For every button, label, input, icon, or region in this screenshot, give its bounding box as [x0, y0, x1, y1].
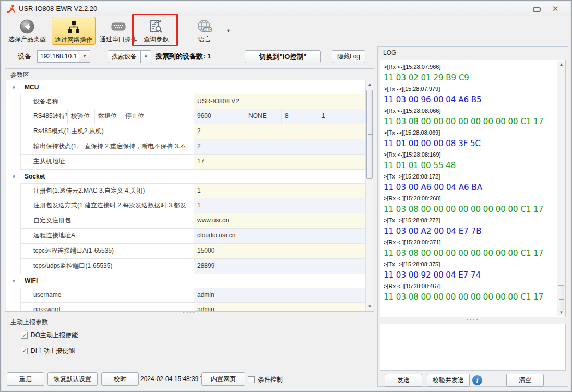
scroll-up-icon[interactable]: ▲: [366, 80, 374, 88]
scrollbar-thumb[interactable]: [558, 285, 564, 310]
param-value[interactable]: 2: [194, 139, 365, 154]
app-logo-icon: [7, 4, 16, 13]
report-checkbox[interactable]: [21, 332, 28, 339]
toolbar-language-button[interactable]: ABC 语言: [187, 17, 222, 45]
toolbar-network-mode-button[interactable]: 通过网络操作: [52, 17, 96, 45]
search-device-button[interactable]: 搜索设备: [108, 50, 141, 63]
toolbar-label: 通过网络操作: [52, 35, 95, 44]
condition-control-label: 条件控制: [258, 375, 283, 384]
scroll-down-icon[interactable]: ▼: [557, 308, 565, 316]
reboot-button[interactable]: 重启: [7, 372, 44, 386]
log-entry-hex: 11 01 01 00 55 48: [384, 160, 555, 171]
time-sync-button[interactable]: 校时: [101, 372, 139, 386]
param-value[interactable]: www.usr.cn: [194, 213, 365, 228]
scrollbar-thumb[interactable]: [366, 90, 373, 179]
param-label: 设备名称: [21, 94, 194, 109]
param-table: ∨MCU设备名称USR-IO808 V2RS485波特率校验位数据位停止位960…: [6, 80, 365, 311]
hide-log-button[interactable]: 隐藏Log: [332, 50, 365, 63]
report-checkbox-row[interactable]: DI主动上报使能: [5, 343, 374, 359]
horizontal-splitter[interactable]: [5, 311, 374, 315]
param-value[interactable]: 1: [318, 109, 365, 124]
toolbar-serial-mode-button[interactable]: 通过串口操作: [97, 17, 140, 45]
chevron-down-icon[interactable]: ▼: [79, 51, 90, 62]
device-ip-combobox[interactable]: 192.168.10.1 ▼: [37, 50, 90, 63]
datetime-field[interactable]: 2024-02-04 15:48:39 7: [140, 372, 201, 386]
param-label: 远程连接地址A: [21, 229, 194, 243]
param-value[interactable]: 9600: [194, 109, 245, 124]
param-value[interactable]: admin: [194, 303, 365, 311]
log-output[interactable]: >[Rx <-][15:28:07:966]11 03 02 01 29 B9 …: [380, 60, 566, 317]
builtin-webpage-button[interactable]: 内置网页: [201, 372, 245, 386]
param-label: 自定义注册包: [21, 213, 194, 228]
report-checkbox[interactable]: [21, 348, 28, 354]
search-device-splitbutton: 搜索设备 ▼: [108, 50, 151, 63]
log-splitter[interactable]: [378, 318, 568, 323]
query-params-icon: [148, 18, 164, 35]
language-dropdown-arrow[interactable]: ▼: [226, 28, 231, 33]
param-row: 注册包发送方式(1.建立连接时 2.每次发送数据时 3.都发1: [20, 198, 365, 213]
report-group-title: 主动上报参数: [5, 316, 374, 328]
serial-icon: [110, 18, 127, 35]
section-header-socket[interactable]: ∨Socket: [6, 170, 365, 183]
param-value[interactable]: 17: [194, 155, 365, 169]
param-row: 输出保持状态(1.一直保持 2.重启保持，断电不保持 3.不2: [20, 139, 365, 155]
app-window: USR-IO808-EWR V2.2.20 ✕ 选择产品类型 通过网络操作: [0, 0, 572, 392]
log-entry-header: >[Tx ->][15:28:08:375]: [384, 259, 555, 269]
log-scrollbar[interactable]: ▲ ▼: [557, 61, 565, 316]
toolbar-label: 选择产品类型: [5, 35, 50, 43]
scroll-up-icon[interactable]: ▲: [557, 61, 565, 68]
verify-send-button[interactable]: 校验并发送: [427, 374, 470, 387]
param-value[interactable]: 28899: [194, 259, 365, 274]
restore-defaults-button[interactable]: 恢复默认设置: [47, 372, 98, 386]
param-row: tcps/udps监控端口(1-65535)28899: [20, 259, 365, 274]
param-value[interactable]: admin: [194, 288, 365, 302]
close-button[interactable]: ✕: [549, 5, 562, 13]
param-value[interactable]: 2: [194, 124, 365, 139]
log-entry-header: >[Tx ->][15:28:08:172]: [384, 171, 555, 182]
report-checkbox-row[interactable]: DO主动上报使能: [5, 328, 374, 343]
param-label: 注册包发送方式(1.建立连接时 2.每次发送数据时 3.都发: [21, 198, 194, 213]
info-icon[interactable]: i: [472, 375, 482, 385]
param-value[interactable]: 1: [194, 184, 365, 198]
param-label: password: [21, 303, 194, 311]
log-title: LOG: [378, 47, 568, 58]
scroll-down-icon[interactable]: ▼: [366, 303, 374, 311]
search-dropdown-arrow[interactable]: ▼: [141, 50, 151, 63]
param-value[interactable]: 8: [282, 109, 318, 124]
condition-control-checkbox-row[interactable]: 条件控制: [248, 375, 283, 384]
param-row: usernameadmin: [20, 288, 365, 303]
log-entry-header: >[Rx <-][15:28:08:169]: [384, 149, 555, 160]
param-label: tcpc远程连接端口A(1-65535): [21, 244, 194, 258]
param-value[interactable]: 15000: [194, 244, 365, 258]
device-label: 设备: [18, 52, 31, 61]
toolbar-separator: [51, 18, 51, 44]
param-label: Rs485模式(1.主机2.从机): [21, 124, 194, 139]
section-header-mcu[interactable]: ∨MCU: [6, 80, 365, 94]
window-title: USR-IO808-EWR V2.2.20: [19, 2, 97, 16]
log-entry-hex: 11 03 02 01 29 B9 C9: [384, 72, 555, 84]
params-scrollbar[interactable]: ▲ ▼: [365, 80, 373, 311]
param-value[interactable]: 1: [194, 198, 365, 213]
condition-control-checkbox[interactable]: [248, 376, 255, 383]
switch-io-control-button[interactable]: 切换到"IO控制": [245, 50, 321, 63]
log-entry-hex: 11 03 08 00 00 00 00 00 00 00 00 C1 17: [384, 204, 555, 215]
param-value[interactable]: cloudio.usr.cn: [194, 229, 365, 243]
minimize-button[interactable]: [530, 5, 543, 13]
log-entry-header: >[Tx ->][15:28:07:979]: [384, 84, 555, 94]
toolbar-separator: [136, 18, 136, 44]
toolbar-query-params-button[interactable]: 查询参数: [138, 17, 174, 45]
section-header-wifi[interactable]: ∨WiFi: [6, 274, 365, 288]
bottom-bar: 重启 恢复默认设置 校时 2024-02-04 15:48:39 7 内置网页 …: [1, 372, 376, 387]
toolbar: 选择产品类型 通过网络操作 通过串口操作: [2, 16, 570, 46]
send-input[interactable]: [380, 324, 566, 371]
log-entry-header: >[Rx <-][15:28:08:066]: [384, 105, 555, 116]
clear-button[interactable]: 清空: [506, 374, 544, 387]
log-entry-hex: 11 03 08 00 00 00 00 00 00 00 00 C1 17: [384, 116, 555, 127]
param-value[interactable]: NONE: [245, 109, 282, 124]
send-button[interactable]: 发送: [385, 374, 422, 387]
param-value[interactable]: USR-IO808 V2: [194, 94, 365, 109]
log-entry-hex: 11 03 00 92 00 04 E7 74: [384, 269, 555, 281]
log-entry-header: >[Rx <-][15:28:07:966]: [384, 62, 555, 72]
param-label: 注册包(1.透传云2.MAC 3.自定义 4.关闭): [21, 184, 194, 198]
toolbar-select-product-button[interactable]: 选择产品类型: [5, 17, 50, 45]
